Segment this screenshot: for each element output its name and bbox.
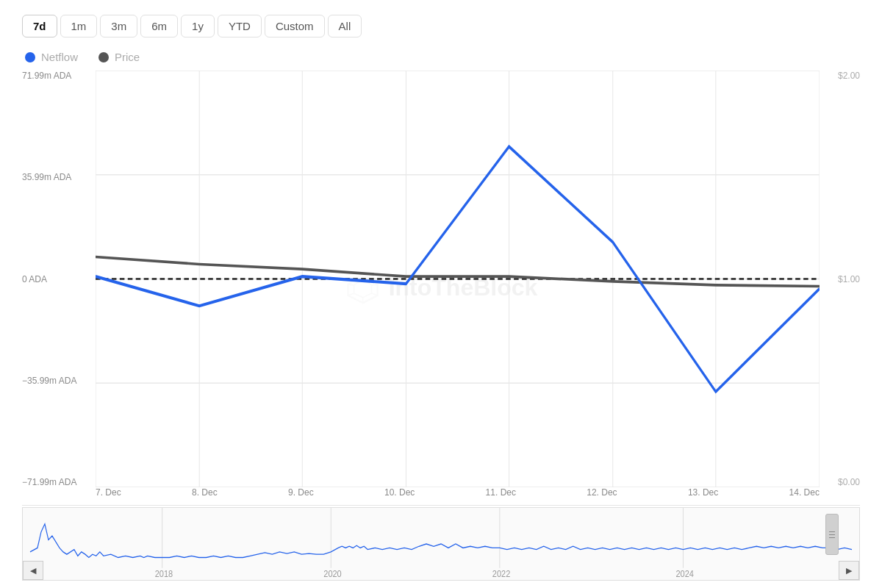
svg-text:2020: 2020 <box>323 569 341 578</box>
x-label-1: 8. Dec <box>192 487 218 505</box>
chart-wrapper: 71.99m ADA 35.99m ADA 0 ADA −35.99m ADA … <box>22 71 860 581</box>
x-label-5: 12. Dec <box>587 487 617 505</box>
netflow-dot <box>25 52 35 62</box>
x-label-4: 11. Dec <box>486 487 516 505</box>
price-label: Price <box>115 51 140 63</box>
x-label-0: 7. Dec <box>96 487 121 505</box>
y-label-top: 71.99m ADA <box>22 71 96 81</box>
scroll-handle[interactable] <box>825 514 839 555</box>
x-label-3: 10. Dec <box>384 487 415 505</box>
svg-text:2022: 2022 <box>492 569 510 578</box>
mini-chart: 2018 2020 2022 2024 ◀ ▶ <box>22 507 860 581</box>
y-label-2: 35.99m ADA <box>22 172 96 182</box>
time-btn-7d[interactable]: 7d <box>22 15 57 37</box>
x-label-2: 9. Dec <box>288 487 314 505</box>
x-label-6: 13. Dec <box>688 487 718 505</box>
legend-netflow: Netflow <box>25 51 78 63</box>
scroll-handle-lines <box>829 531 835 538</box>
scroll-line-3 <box>829 537 835 538</box>
scroll-line-2 <box>829 534 835 535</box>
x-label-7: 14. Dec <box>789 487 820 505</box>
time-btn-ytd[interactable]: YTD <box>218 15 262 37</box>
y-right-mid: $1.00 <box>820 274 860 284</box>
netflow-label: Netflow <box>41 51 78 63</box>
chart-legend: Netflow Price <box>22 51 860 63</box>
y-label-zero: 0 ADA <box>22 274 96 284</box>
time-btn-3m[interactable]: 3m <box>100 15 137 37</box>
y-axis-left: 71.99m ADA 35.99m ADA 0 ADA −35.99m ADA … <box>22 71 96 505</box>
legend-price: Price <box>98 51 140 63</box>
y-label-bottom: −71.99m ADA <box>22 477 96 487</box>
svg-text:2024: 2024 <box>675 569 694 578</box>
chart-svg-area <box>96 71 820 487</box>
time-btn-custom[interactable]: Custom <box>265 15 325 37</box>
time-btn-all[interactable]: All <box>328 15 362 37</box>
nav-left-button[interactable]: ◀ <box>23 561 43 580</box>
time-btn-6m[interactable]: 6m <box>140 15 178 37</box>
main-container: 7d1m3m6m1yYTDCustomAll Netflow Price 71.… <box>0 0 882 588</box>
price-dot <box>98 52 109 62</box>
time-btn-1y[interactable]: 1y <box>181 15 215 37</box>
nav-right-button[interactable]: ▶ <box>839 561 859 580</box>
x-axis: 7. Dec 8. Dec 9. Dec 10. Dec 11. Dec 12.… <box>96 487 820 505</box>
main-chart: 71.99m ADA 35.99m ADA 0 ADA −35.99m ADA … <box>22 71 860 506</box>
chart-svg <box>96 71 820 487</box>
scroll-line-1 <box>829 531 835 532</box>
time-btn-1m[interactable]: 1m <box>60 15 98 37</box>
y-axis-right: $2.00 $1.00 $0.00 <box>820 71 860 505</box>
time-range-bar: 7d1m3m6m1yYTDCustomAll <box>22 15 860 37</box>
y-label-neg1: −35.99m ADA <box>22 376 96 386</box>
svg-text:2018: 2018 <box>155 569 173 578</box>
mini-chart-svg: 2018 2020 2022 2024 <box>23 508 859 580</box>
y-right-top: $2.00 <box>820 71 860 81</box>
y-right-bottom: $0.00 <box>820 477 860 487</box>
